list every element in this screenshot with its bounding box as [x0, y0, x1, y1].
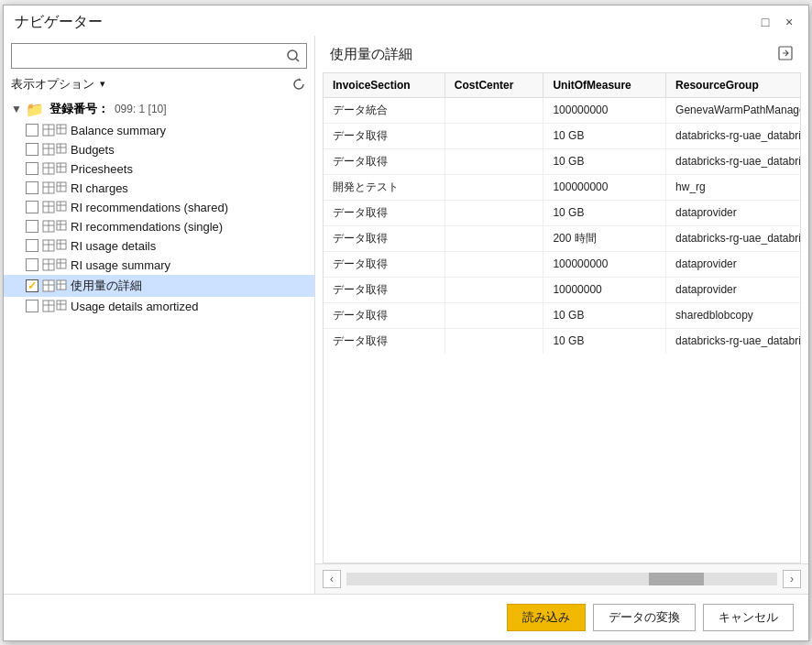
- tree-item[interactable]: RI charges: [4, 179, 314, 198]
- svg-point-0: [288, 50, 297, 60]
- table-cell: [444, 200, 543, 225]
- title-bar-controls: □ ×: [757, 14, 797, 30]
- table-cell: databricks-rg-uae_databricks-: [666, 225, 801, 251]
- tree-item[interactable]: RI usage details: [4, 236, 314, 256]
- table-cell: dataprovider: [666, 251, 801, 277]
- tree-item-checkbox: [26, 239, 38, 252]
- right-header: 使用量の詳細: [315, 36, 808, 72]
- tree-item-checkbox: [26, 124, 38, 137]
- title-bar: ナビゲーター □ ×: [4, 5, 808, 36]
- tree-container: ▼ 📁 登録番号： 099: 1 [10] Balance summary: [4, 98, 314, 586]
- table-icon-small: [56, 143, 67, 154]
- table-cell: データ取得: [324, 200, 444, 225]
- table-header-row: InvoiceSection CostCenter UnitOfMeasure …: [324, 73, 801, 98]
- tree-item-checkbox: [26, 143, 38, 156]
- tree-item-label: RI recommendations (single): [71, 220, 223, 234]
- table-cell: 10 GB: [543, 148, 666, 174]
- search-button[interactable]: [280, 44, 306, 68]
- table-row: データ取得200 時間databricks-rg-uae_databricks-: [324, 225, 801, 251]
- minimize-button[interactable]: □: [757, 14, 774, 30]
- right-panel: 使用量の詳細 InvoiceSection CostCenter UnitOfM…: [315, 36, 808, 594]
- search-input[interactable]: [12, 45, 280, 66]
- tree-item-checkbox: [26, 162, 38, 175]
- svg-rect-59: [57, 301, 66, 310]
- collapse-icon: ▼: [11, 103, 22, 115]
- table-cell: データ取得: [324, 277, 444, 302]
- tree-item-checkbox: [26, 181, 38, 194]
- navigator-dialog: ナビゲーター □ × 表示オプション ▾: [3, 5, 809, 641]
- table-cell: データ統合: [324, 97, 444, 123]
- svg-rect-35: [57, 221, 66, 230]
- display-options-button[interactable]: 表示オプション ▾: [11, 76, 105, 93]
- tree-item-label: Balance summary: [71, 124, 166, 137]
- options-row: 表示オプション ▾: [11, 76, 307, 93]
- tree-root[interactable]: ▼ 📁 登録番号： 099: 1 [10]: [4, 98, 314, 121]
- tree-items-container: Balance summary Budgets Pricesheets: [4, 121, 314, 316]
- dialog-body: 表示オプション ▾ ▼ 📁 登録番号： 099: 1 [10]: [4, 36, 808, 594]
- tree-item-icon-group: [42, 258, 67, 271]
- tree-item[interactable]: Budgets: [4, 140, 314, 159]
- table-icon: [42, 300, 55, 312]
- table-row: データ統合100000000GenevaWarmPathManageRG: [324, 97, 801, 123]
- transform-button[interactable]: データの変換: [593, 604, 696, 631]
- tree-item[interactable]: RI recommendations (single): [4, 217, 314, 236]
- table-cell: [444, 302, 543, 328]
- right-title: 使用量の詳細: [330, 46, 412, 63]
- table-row: 開発とテスト100000000hw_rg: [324, 174, 801, 200]
- table-icon: [42, 220, 55, 233]
- table-icon: [42, 181, 55, 194]
- table-icon: [42, 124, 55, 137]
- tree-item[interactable]: Balance summary: [4, 121, 314, 140]
- refresh-icon: [291, 77, 306, 92]
- table-cell: dataprovider: [666, 200, 801, 225]
- table-cell: [444, 225, 543, 251]
- load-button[interactable]: 読み込み: [507, 604, 586, 631]
- table-row: データ取得100000000dataprovider: [324, 251, 801, 277]
- table-cell: hw_rg: [666, 174, 801, 200]
- table-cell: [444, 97, 543, 123]
- tree-item-icon-group: [42, 181, 67, 194]
- tree-item[interactable]: Usage details amortized: [4, 297, 314, 316]
- dialog-footer: 読み込み データの変換 キャンセル: [4, 594, 808, 640]
- svg-rect-17: [57, 163, 66, 172]
- table-cell: データ取得: [324, 225, 444, 251]
- checkmark-icon: ✓: [27, 279, 37, 292]
- folder-icon: 📁: [26, 101, 44, 118]
- tree-item-label: Usage details amortized: [71, 300, 198, 313]
- dialog-title: ナビゲーター: [15, 13, 103, 32]
- tree-item-icon-group: [42, 201, 67, 213]
- options-label: 表示オプション: [11, 76, 94, 93]
- tree-item-icon-group: [42, 162, 67, 175]
- tree-item[interactable]: RI usage summary: [4, 256, 314, 275]
- table-cell: sharedblobcopy: [666, 302, 801, 328]
- tree-item-checkbox: ✓: [26, 279, 38, 292]
- table-cell: 10 GB: [543, 328, 666, 354]
- table-cell: 開発とテスト: [324, 174, 444, 200]
- export-icon: [777, 45, 794, 61]
- search-icon: [287, 49, 300, 62]
- table-cell: 100000000: [543, 97, 666, 123]
- scroll-left-button[interactable]: ‹: [323, 570, 341, 588]
- tree-item[interactable]: ✓ 使用量の詳細: [4, 275, 314, 297]
- scroll-right-button[interactable]: ›: [783, 570, 801, 588]
- table-icon: [42, 279, 55, 292]
- tree-item[interactable]: RI recommendations (shared): [4, 198, 314, 217]
- tree-item-icon-group: [42, 143, 67, 156]
- close-button[interactable]: ×: [781, 14, 797, 30]
- table-icon-small: [56, 258, 67, 269]
- export-button[interactable]: [777, 45, 794, 65]
- tree-item[interactable]: Pricesheets: [4, 159, 314, 179]
- cancel-button[interactable]: キャンセル: [703, 604, 794, 631]
- root-badge: 099: 1 [10]: [115, 103, 167, 115]
- svg-rect-29: [57, 202, 66, 211]
- tree-item-label: RI charges: [71, 181, 128, 195]
- tree-item-icon-group: [42, 300, 67, 312]
- col-unit-of-measure: UnitOfMeasure: [543, 73, 666, 98]
- table-cell: データ取得: [324, 123, 444, 148]
- scroll-track[interactable]: [346, 573, 777, 585]
- tree-item-label: RI usage details: [71, 239, 156, 253]
- table-row: データ取得10 GBdatabricks-rg-uae_databricks-: [324, 148, 801, 174]
- col-resource-group: ResourceGroup: [666, 73, 801, 98]
- refresh-button[interactable]: [291, 76, 307, 93]
- tree-item-checkbox: [26, 220, 38, 233]
